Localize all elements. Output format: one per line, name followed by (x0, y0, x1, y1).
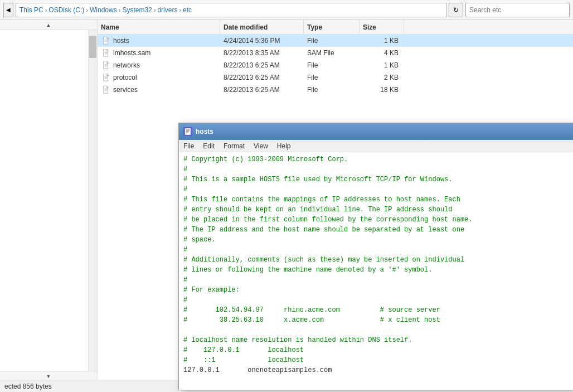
content-line: # This file contains the mappings of IP … (183, 196, 460, 204)
breadcrumb-windows[interactable]: Windows (90, 6, 117, 14)
breadcrumb-drivers[interactable]: drivers (157, 6, 177, 14)
file-name-text: networks (113, 61, 140, 69)
status-bar: ected 856 bytes (98, 380, 178, 392)
file-size-cell: 1 KB (360, 61, 404, 69)
breadcrumb[interactable]: This PC › OSDisk (C:) › Windows › System… (16, 3, 446, 17)
content-line: # ::1 localhost (183, 356, 304, 364)
file-type-cell: File (304, 86, 360, 94)
scroll-up-button[interactable]: ▲ (0, 20, 97, 30)
content-line: # entry should be kept on an individual … (183, 206, 452, 214)
content-line: # space. (183, 236, 216, 244)
column-header-date[interactable]: Date modified (220, 20, 304, 34)
content-line: # Copyright (c) 1993-2009 Microsoft Corp… (183, 156, 348, 163)
file-date-cell: 8/22/2013 6:25 AM (220, 74, 304, 81)
file-name-text: protocol (113, 74, 137, 81)
file-size-cell: 2 KB (360, 74, 404, 81)
file-type-cell: File (304, 61, 360, 69)
file-name-cell: protocol (98, 73, 220, 82)
svg-rect-20 (185, 128, 191, 135)
notepad-content[interactable]: # Copyright (c) 1993-2009 Microsoft Corp… (179, 152, 573, 390)
file-name-text: lmhosts.sam (113, 49, 150, 57)
search-box[interactable] (465, 3, 570, 17)
address-bar: ◀ This PC › OSDisk (C:) › Windows › Syst… (0, 0, 573, 20)
file-size-cell: 18 KB (360, 86, 404, 94)
search-input[interactable] (469, 6, 566, 14)
table-row[interactable]: lmhosts.sam 8/22/2013 8:35 AM SAM File 4… (98, 47, 573, 59)
notepad-title: hosts (196, 128, 569, 135)
file-name-cell: hosts (98, 36, 220, 45)
column-header-size[interactable]: Size (360, 20, 404, 34)
content-line: # 38.25.63.10 x.acme.com # x client host (183, 316, 440, 324)
notepad-icon (183, 127, 192, 136)
file-list-header: Name Date modified Type Size (98, 20, 573, 35)
content-line: # (183, 186, 187, 193)
scrollbar-thumb[interactable] (89, 36, 96, 58)
content-line: # (183, 296, 187, 304)
notepad-menubar: FileEditFormatViewHelp (179, 140, 573, 152)
file-type-cell: File (304, 74, 360, 81)
notepad-window: hosts FileEditFormatViewHelp # Copyright… (178, 123, 573, 390)
breadcrumb-system32[interactable]: System32 (122, 6, 152, 14)
file-date-cell: 8/22/2013 8:35 AM (220, 49, 304, 57)
left-panel: ▲ ▼ (0, 20, 98, 392)
file-size-cell: 4 KB (360, 49, 404, 57)
content-line: # This is a sample HOSTS file used by Mi… (183, 176, 452, 183)
file-date-cell: 4/24/2014 5:36 PM (220, 37, 304, 45)
file-type-cell: File (304, 37, 360, 45)
file-icon (102, 61, 111, 70)
file-type-cell: SAM File (304, 49, 360, 57)
content-line: # localhost name resolution is handled w… (183, 336, 412, 344)
file-name-text: hosts (113, 37, 129, 45)
file-date-cell: 8/22/2013 6:25 AM (220, 61, 304, 69)
table-row[interactable]: networks 8/22/2013 6:25 AM File 1 KB (98, 59, 573, 71)
content-line: # 127.0.0.1 localhost (183, 346, 304, 354)
menu-item-help[interactable]: Help (273, 140, 295, 152)
content-line: # (183, 246, 187, 254)
file-name-cell: networks (98, 61, 220, 70)
file-icon (102, 73, 111, 82)
content-line: # lines or following the machine name de… (183, 266, 432, 274)
breadcrumb-etc[interactable]: etc (183, 6, 192, 14)
column-header-name[interactable]: Name (98, 20, 220, 34)
content-line: # (183, 166, 187, 173)
vertical-scrollbar[interactable] (88, 30, 97, 371)
menu-item-edit[interactable]: Edit (198, 140, 219, 152)
refresh-button[interactable]: ↻ (449, 3, 463, 17)
file-icon (102, 49, 111, 57)
table-row[interactable]: services 8/22/2013 6:25 AM File 18 KB (98, 84, 573, 96)
back-button[interactable]: ◀ (3, 3, 13, 17)
menu-item-format[interactable]: Format (219, 140, 249, 152)
column-header-type[interactable]: Type (304, 20, 360, 34)
content-line: # (183, 276, 187, 284)
table-row[interactable]: protocol 8/22/2013 6:25 AM File 2 KB (98, 71, 573, 84)
content-line: # be placed in the first column followed… (183, 216, 472, 224)
content-line: # Additionally, comments (such as these)… (183, 256, 464, 264)
file-name-cell: services (98, 85, 220, 94)
table-row[interactable]: hosts 4/24/2014 5:36 PM File 1 KB (98, 35, 573, 47)
content-line: # The IP address and the host name shoul… (183, 226, 464, 234)
file-size-cell: 1 KB (360, 37, 404, 45)
menu-item-file[interactable]: File (179, 140, 198, 152)
breadcrumb-drive[interactable]: OSDisk (C:) (48, 6, 84, 14)
file-name-text: services (113, 86, 138, 94)
menu-item-view[interactable]: View (249, 140, 273, 152)
content-line: 127.0.0.1 onenoteapisamples.com (183, 366, 332, 374)
content-line: # 102.54.94.97 rhino.acme.com # source s… (183, 306, 440, 314)
file-icon (102, 36, 111, 45)
notepad-titlebar[interactable]: hosts (179, 123, 573, 140)
content-line: # For example: (183, 286, 240, 294)
file-icon (102, 85, 111, 94)
file-date-cell: 8/22/2013 6:25 AM (220, 86, 304, 94)
file-name-cell: lmhosts.sam (98, 49, 220, 57)
breadcrumb-thispc[interactable]: This PC (20, 6, 43, 14)
